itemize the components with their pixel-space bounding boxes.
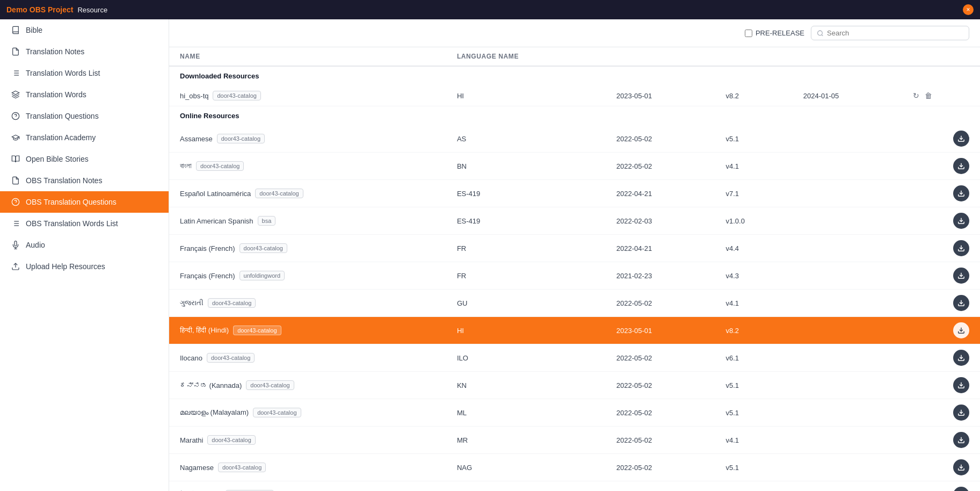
title-bar-left: Demo OBS Project Resource: [6, 5, 107, 14]
svg-line-21: [822, 34, 823, 35]
resource-name-text: Nagamese: [180, 464, 214, 472]
delete-icon[interactable]: 🗑: [925, 91, 932, 100]
download-button[interactable]: [953, 459, 969, 475]
download-button[interactable]: [953, 158, 969, 174]
download-button[interactable]: [953, 405, 969, 421]
download-button[interactable]: [953, 268, 969, 284]
sidebar-item-obs-translation-words-list[interactable]: OBS Translation Words List: [0, 213, 169, 234]
date-cell: 2022-04-21: [606, 180, 715, 207]
version-cell: v7.1: [715, 180, 793, 207]
resources-table: NAME LANGUAGE NAME Downloaded Resources …: [169, 47, 980, 491]
table-row: नेपाली (Nepali) door43-catalog NE 2022-0…: [169, 481, 980, 492]
lang-code-cell: NAG: [446, 454, 606, 481]
sidebar-item-audio[interactable]: Audio: [0, 234, 169, 256]
version-cell: v8.2: [715, 85, 793, 106]
date-cell: 2022-05-02: [606, 399, 715, 427]
content-area: PRE-RELEASE NAME LANGUAGE NAME: [169, 19, 980, 491]
date-cell: 2022-05-02: [606, 290, 715, 317]
actions-cell: [902, 344, 980, 372]
lang-code-cell: HI: [446, 317, 606, 344]
sidebar-item-label: Open Bible Stories: [26, 155, 89, 163]
actions-cell: [902, 153, 980, 180]
download-button[interactable]: [953, 295, 969, 311]
resource-tag: door43-catalog: [246, 380, 294, 390]
date-cell: 2023-05-01: [606, 85, 715, 106]
doc-icon: [11, 176, 20, 185]
refresh-icon[interactable]: ↻: [913, 91, 919, 100]
lang-code-cell: HI: [446, 85, 606, 106]
sidebar-item-translation-words[interactable]: Translation Words: [0, 84, 169, 105]
question-circle-icon: [11, 197, 20, 207]
updated-date-cell: 2024-01-05: [793, 85, 902, 106]
sidebar-item-label: Translation Questions: [26, 112, 99, 120]
resource-name-cell: বাংলা door43-catalog: [169, 153, 446, 180]
date-cell: 2022-05-02: [606, 344, 715, 372]
search-input[interactable]: [827, 29, 963, 37]
resource-name-cell: Español Latinoamérica door43-catalog: [169, 180, 446, 207]
version-cell: v4.4: [715, 235, 793, 262]
version-cell: v4.1: [715, 153, 793, 180]
sidebar-item-label: OBS Translation Notes: [26, 176, 102, 185]
empty-cell: [793, 317, 902, 344]
sidebar-item-label: Upload Help Resources: [26, 262, 105, 271]
resource-tag: door43-catalog: [207, 353, 255, 363]
resource-name-text: Français (French): [180, 272, 235, 280]
table-row: Nagamese door43-catalog NAG 2022-05-02 v…: [169, 454, 980, 481]
date-cell: 2022-05-02: [606, 427, 715, 454]
lang-code-cell: MR: [446, 427, 606, 454]
download-button[interactable]: [953, 185, 969, 201]
sidebar-item-translation-questions[interactable]: Translation Questions: [0, 105, 169, 127]
sidebar-item-open-bible-stories[interactable]: Open Bible Stories: [0, 148, 169, 170]
actions-cell: [902, 180, 980, 207]
pre-release-checkbox[interactable]: [745, 30, 752, 37]
resource-name-text: hi_obs-tq: [180, 92, 208, 100]
empty-cell: [793, 290, 902, 317]
download-button[interactable]: [953, 487, 969, 491]
title-bar: Demo OBS Project Resource ×: [0, 0, 980, 19]
sidebar-item-label: Audio: [26, 241, 45, 249]
mic-icon: [11, 240, 20, 250]
sidebar-item-translation-words-list[interactable]: Translation Words List: [0, 62, 169, 84]
resource-name-cell: Assamese door43-catalog: [169, 125, 446, 153]
download-button[interactable]: [953, 322, 969, 338]
lang-code-cell: KN: [446, 372, 606, 399]
resource-name-cell: हिन्दी, हिंदी (Hindi) door43-catalog: [169, 317, 446, 344]
lang-code-cell: ES-419: [446, 207, 606, 235]
table-row: Français (French) unfoldingword FR 2021-…: [169, 262, 980, 290]
resource-name-text: हिन्दी, हिंदी (Hindi): [180, 326, 229, 335]
sidebar-item-upload-help-resources[interactable]: Upload Help Resources: [0, 256, 169, 277]
svg-marker-6: [12, 91, 19, 95]
resource-tag: door43-catalog: [253, 408, 301, 417]
resource-tag: door43-catalog: [217, 134, 265, 143]
col-actions: [902, 47, 980, 66]
actions-cell: [902, 290, 980, 317]
date-cell: 2022-04-21: [606, 235, 715, 262]
downloaded-section-label: Downloaded Resources: [169, 66, 980, 85]
version-cell: v8.2: [715, 317, 793, 344]
date-cell: 2022-05-02: [606, 372, 715, 399]
empty-cell: [793, 372, 902, 399]
col-version: [715, 47, 793, 66]
sidebar: BibleTranslation NotesTranslation Words …: [0, 19, 169, 491]
sidebar-item-obs-translation-notes[interactable]: OBS Translation Notes: [0, 170, 169, 191]
resource-tag: door43-catalog: [233, 326, 281, 335]
sidebar-item-translation-academy[interactable]: Translation Academy: [0, 127, 169, 148]
download-button[interactable]: [953, 350, 969, 366]
doc-icon: [11, 47, 20, 56]
download-button[interactable]: [953, 131, 969, 147]
resource-name-text: Marathi: [180, 436, 203, 444]
empty-cell: [793, 262, 902, 290]
close-button[interactable]: ×: [963, 4, 974, 15]
download-button[interactable]: [953, 432, 969, 448]
sidebar-item-bible[interactable]: Bible: [0, 19, 169, 41]
date-cell: 2022-02-03: [606, 207, 715, 235]
main-content: BibleTranslation NotesTranslation Words …: [0, 19, 980, 491]
sidebar-item-obs-translation-questions[interactable]: OBS Translation Questions: [0, 191, 169, 213]
resource-tag: bsa: [258, 216, 276, 226]
download-button[interactable]: [953, 213, 969, 229]
resource-name-cell: Nagamese door43-catalog: [169, 454, 446, 481]
download-button[interactable]: [953, 240, 969, 256]
download-button[interactable]: [953, 377, 969, 393]
sidebar-item-translation-notes[interactable]: Translation Notes: [0, 41, 169, 62]
lang-code-cell: NE: [446, 481, 606, 492]
